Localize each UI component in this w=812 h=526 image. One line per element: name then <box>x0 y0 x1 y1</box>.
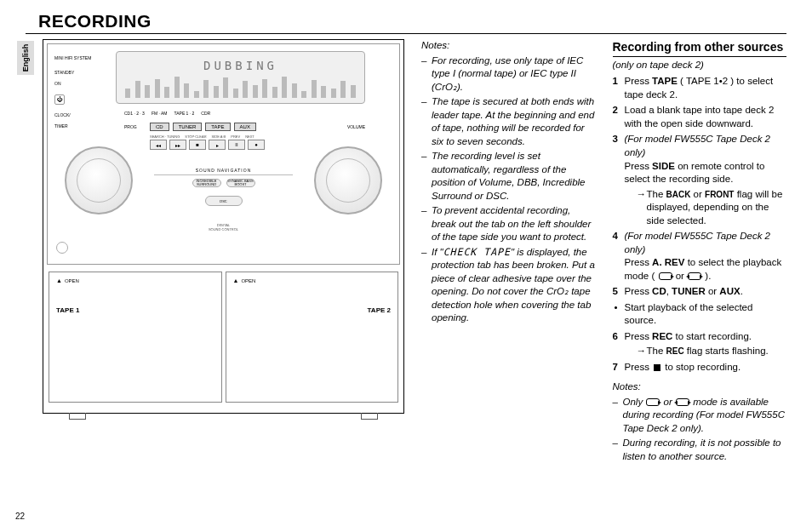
step-6-result: The REC flag starts flashing. <box>625 345 787 358</box>
dsc-sublabel: DIGITAL SOUND CONTROL <box>48 223 399 232</box>
standby-label: STANDBY ON <box>54 67 91 89</box>
bullet-start-playback: Start playback of the selected source. <box>613 301 787 328</box>
steps-list-2: 6 Press REC to start recording. The REC … <box>613 330 787 374</box>
step-6: 6 Press REC to start recording. The REC … <box>613 330 787 358</box>
sound-navigation: SOUND NAVIGATION INCREDIBLE SURROUND DYN… <box>154 168 293 206</box>
system-label: MINI HIFI SYSTEM <box>54 53 91 64</box>
aux-button: AUX <box>234 123 256 131</box>
step-4: 4 (For model FW555C Tape Deck 2 only) Pr… <box>613 230 787 283</box>
lcd-display: DUBBING <box>116 51 365 104</box>
tuner-button: TUNER <box>173 123 203 131</box>
dsc-pill: DSC <box>205 196 243 206</box>
notes-heading: Notes: <box>421 39 596 53</box>
note-item: The tape is secured at both ends with le… <box>421 95 596 148</box>
spectrum-bars <box>125 74 356 98</box>
open-label-2: OPEN <box>233 277 256 283</box>
tape1-label: TAPE 1 <box>56 306 79 314</box>
step-5: 5 Press CD, TUNER or AUX. <box>613 285 787 299</box>
steps-list: 1 Press TAPE ( TAPE 1•2 ) to select tape… <box>613 75 787 298</box>
step-3: 3 (For model FW555C Tape Deck 2 only) Pr… <box>613 133 787 227</box>
steps-column: Recording from other sources (only on ta… <box>613 39 787 500</box>
tape12-label: TAPE 1 · 2 <box>174 111 195 116</box>
left-controls: MINI HIFI SYSTEM STANDBY ON ⏻ CLOCK/ TIM… <box>54 53 91 135</box>
cd-button: CD <box>150 123 169 131</box>
open-label-1: OPEN <box>56 277 79 283</box>
notes-list: For recording, use only tape of IEC type… <box>421 54 596 325</box>
prog-label: PROG <box>124 124 137 129</box>
notes-heading-2: Notes: <box>613 380 787 394</box>
page: English RECORDING MINI HIFI SYSTEM STAND… <box>0 0 812 526</box>
note-item: For recording, use only tape of IEC type… <box>421 54 596 94</box>
transport-buttons: ◂◂ ▸▸ ■ ▸ II ● <box>150 140 265 150</box>
section-heading: Recording from other sources <box>613 39 787 57</box>
pause-button: II <box>228 140 245 150</box>
power-icon: ⏻ <box>54 94 65 105</box>
loop-one-side-icon <box>659 272 672 280</box>
rew-button: ◂◂ <box>150 140 167 150</box>
tape-door-1: OPEN TAPE 1 <box>49 272 222 403</box>
step-2: 2 Load a blank tape into tape deck 2 wit… <box>613 104 787 130</box>
device-top-panel: MINI HIFI SYSTEM STANDBY ON ⏻ CLOCK/ TIM… <box>47 43 400 265</box>
source-buttons: CD TUNER TAPE AUX <box>150 123 256 131</box>
stop-button: ■ <box>189 140 206 150</box>
headphone-jack <box>56 242 68 254</box>
notes-list-2: Only or mode is available during recordi… <box>613 396 787 464</box>
cd123-label: CD1 · 2 · 3 <box>124 111 145 116</box>
loop-both-sides-icon <box>676 398 689 406</box>
clock-timer-label: CLOCK/ TIMER <box>54 110 91 132</box>
step-3-result: The BACK or FRONT flag will be displayed… <box>625 188 787 228</box>
device-column: MINI HIFI SYSTEM STANDBY ON ⏻ CLOCK/ TIM… <box>43 39 404 500</box>
left-knob <box>65 146 133 214</box>
step-1: 1 Press TAPE ( TAPE 1•2 ) to select tape… <box>613 75 787 101</box>
step-7: 7 Press to stop recording. <box>613 361 787 374</box>
note-item: If "CHECK TAPE" is displayed, the protec… <box>421 246 596 325</box>
volume-label: VOLUME <box>347 124 365 129</box>
is-pill: INCREDIBLE SURROUND <box>192 179 221 187</box>
tape-doors: OPEN TAPE 1 OPEN TAPE 2 <box>47 272 400 403</box>
tape-door-2: OPEN TAPE 2 <box>226 272 399 403</box>
rec-button: ● <box>248 140 265 150</box>
foot-left <box>69 413 86 420</box>
content-columns: MINI HIFI SYSTEM STANDBY ON ⏻ CLOCK/ TIM… <box>26 39 786 500</box>
page-title: RECORDING <box>26 11 152 31</box>
note-item: Only or mode is available during recordi… <box>613 396 787 436</box>
tape-button: TAPE <box>205 123 230 131</box>
dbb-pill: DYNAMIC BASS BOOST <box>226 179 255 187</box>
note-item: To prevent accidental recording, break o… <box>421 204 596 244</box>
mode-labels: CD1 · 2 · 3 FM · AM TAPE 1 · 2 CDR <box>124 111 210 116</box>
display-text: DUBBING <box>117 59 364 72</box>
foot-right <box>361 413 378 420</box>
ff-button: ▸▸ <box>169 140 186 150</box>
page-header: RECORDING <box>26 9 786 34</box>
notes-column: Notes: For recording, use only tape of I… <box>421 39 596 500</box>
stop-icon <box>654 364 660 371</box>
play-button: ▸ <box>209 140 226 150</box>
fmam-label: FM · AM <box>152 111 168 116</box>
note-item: During recording, it is not possible to … <box>613 437 787 463</box>
loop-both-sides-icon <box>688 272 701 280</box>
cdr-label: CDR <box>201 111 210 116</box>
loop-one-side-icon <box>646 398 660 406</box>
only-hint: (only on tape deck 2) <box>613 59 787 72</box>
sound-nav-title: SOUND NAVIGATION <box>154 168 293 175</box>
volume-knob <box>314 146 382 214</box>
page-number: 22 <box>15 512 25 521</box>
device-illustration: MINI HIFI SYSTEM STANDBY ON ⏻ CLOCK/ TIM… <box>43 39 404 414</box>
note-item: The recording level is set automatically… <box>421 150 596 203</box>
tape2-label: TAPE 2 <box>368 306 391 314</box>
